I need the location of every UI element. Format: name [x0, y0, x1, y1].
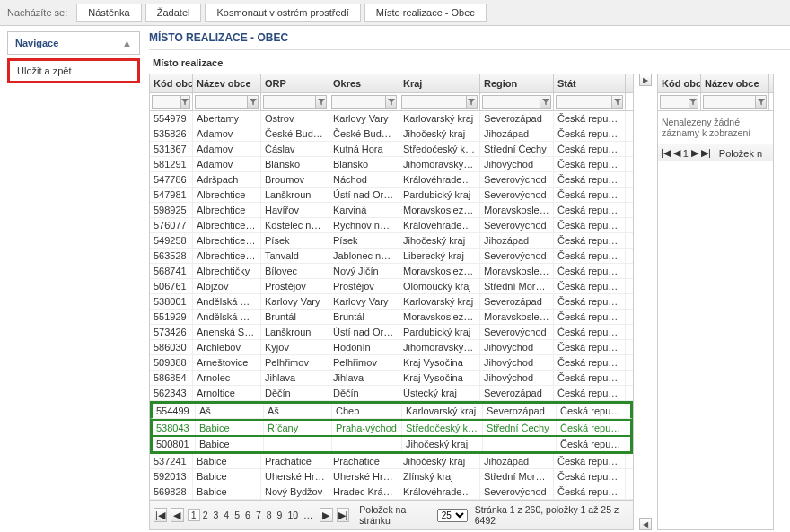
cell: Bruntál [329, 310, 399, 324]
cell: Česká republika [554, 157, 626, 171]
per-page-select[interactable]: 25 [437, 509, 468, 522]
table-row[interactable]: 598925AlbrechticeHavířovKarvináMoravskos… [150, 203, 633, 218]
last-page-icon[interactable]: ▶| [337, 508, 350, 522]
cell: 538043 [153, 421, 196, 435]
cell: Česká republika [554, 279, 626, 293]
prev-page-icon[interactable]: ◀ [673, 147, 680, 159]
next-page-icon[interactable]: ▶ [691, 147, 698, 159]
page-number[interactable]: 6 [242, 510, 253, 520]
col-header[interactable]: Název obce [193, 74, 261, 92]
filter-icon[interactable] [612, 95, 623, 109]
filter-icon[interactable] [248, 95, 259, 109]
page-number[interactable]: 1 [188, 509, 200, 521]
breadcrumb-item[interactable]: Žadatel [145, 4, 202, 22]
first-page-icon[interactable]: |◀ [154, 508, 167, 522]
filter-icon[interactable] [181, 95, 190, 109]
table-row[interactable]: 547981AlbrechticeLanškrounÚstí nad Orlic… [150, 188, 633, 203]
filter-input[interactable] [482, 95, 540, 109]
cell: Písek [261, 233, 329, 248]
table-row[interactable]: 563528Albrechtice v Jiz…TanvaldJablonec … [150, 249, 633, 264]
cell: Blansko [261, 157, 329, 171]
table-row[interactable]: 586854ArnolecJihlavaJihlavaKraj Vysočina… [150, 371, 633, 386]
filter-input[interactable] [401, 95, 467, 109]
table-row[interactable]: 500801BabiceJihočeský krajČeská republik… [150, 437, 633, 454]
filter-icon[interactable] [540, 95, 551, 109]
filter-input[interactable] [263, 95, 316, 109]
filter-input[interactable] [703, 95, 756, 109]
table-row[interactable]: 592013BabiceUherské HradištěUherské Hrad… [150, 469, 633, 484]
cell: Severozápad [480, 111, 554, 126]
cell: Kostelec nad Orlicí [261, 218, 329, 232]
page-number[interactable]: 3 [211, 510, 222, 520]
col-header[interactable]: Region [480, 74, 554, 92]
filter-icon[interactable] [316, 95, 327, 109]
page-number[interactable]: 7 [253, 510, 264, 520]
col-header[interactable]: Okres [329, 74, 399, 92]
cell: Moravskoslezsko [480, 264, 554, 278]
table-row[interactable]: 554979AbertamyOstrovKarlovy VaryKarlovar… [150, 111, 633, 126]
breadcrumb-item[interactable]: Nástěnka [76, 4, 141, 22]
table-row[interactable]: 576077Albrechtice nad…Kostelec nad Orlic… [150, 218, 633, 233]
page-number[interactable]: 1 [683, 148, 689, 159]
right-grid: Kód obce Název obce Nenalezeny žádné záz… [657, 74, 774, 530]
table-row[interactable]: 549258Albrechtice nad…PísekPísekJihočesk… [150, 233, 633, 249]
save-and-back-button[interactable]: Uložit a zpět [7, 58, 140, 83]
page-number[interactable]: 4 [221, 510, 232, 520]
table-row[interactable]: 538043BabiceŘíčanyPraha-východStředočesk… [150, 419, 633, 437]
table-row[interactable]: 569828BabiceNový BydžovHradec KrálovéKrá… [150, 484, 633, 500]
table-row[interactable]: 506761AlojzovProstějovProstějovOlomoucký… [150, 279, 633, 294]
filter-icon[interactable] [386, 95, 397, 109]
filter-icon[interactable] [756, 95, 767, 109]
table-row[interactable]: 586030ArchlebovKyjovHodonínJihomoravský … [150, 340, 633, 355]
cell: Pelhřimov [261, 355, 329, 370]
table-row[interactable]: 547786AdršpachBroumovNáchodKrálovéhradec… [150, 172, 633, 188]
cell: Albrechtice nad… [193, 233, 261, 248]
table-row[interactable]: 537241BabicePrachaticePrachaticeJihočesk… [150, 454, 633, 469]
filter-input[interactable] [556, 95, 612, 109]
cell: Prostějov [329, 279, 399, 293]
table-row[interactable]: 551929Andělská HoraBruntálBruntálMoravsk… [150, 310, 633, 325]
table-row[interactable]: 562343ArnolticeDěčínDěčínÚstecký krajSev… [150, 386, 633, 401]
filter-input[interactable] [660, 95, 689, 109]
col-header[interactable]: Název obce [701, 74, 769, 92]
filter-icon[interactable] [467, 95, 478, 109]
col-header[interactable]: Stát [554, 74, 626, 92]
table-row[interactable]: 554499AšAšChebKarlovarský krajSeverozápa… [150, 401, 633, 419]
col-header[interactable]: Kód obce [658, 74, 701, 92]
prev-page-icon[interactable]: ◀ [171, 508, 184, 522]
scroll-right-icon[interactable]: ▶ [639, 74, 652, 86]
cell: Děčín [261, 386, 329, 400]
table-row[interactable]: 535826AdamovČeské BudějoviceČeské Budějo… [150, 126, 633, 142]
page-number[interactable]: 2 [200, 510, 211, 520]
page-number[interactable]: 10 [285, 510, 301, 520]
cell: Česká republika [554, 371, 626, 385]
next-page-icon[interactable]: ▶ [320, 508, 333, 522]
filter-input[interactable] [152, 95, 181, 109]
last-page-icon[interactable]: ▶| [701, 147, 711, 159]
page-number[interactable]: 5 [232, 510, 242, 520]
cell: Nový Bydžov [261, 484, 329, 499]
col-header[interactable]: Kód obce [150, 74, 193, 92]
cell: 592013 [150, 469, 193, 484]
page-number[interactable]: 9 [275, 510, 285, 520]
scroll-left-icon[interactable]: ◀ [639, 518, 652, 530]
col-header[interactable]: Kraj [399, 74, 480, 92]
filter-input[interactable] [195, 95, 248, 109]
cell [332, 437, 402, 451]
cell: Ústí nad Orlicí [329, 188, 399, 202]
breadcrumb-item[interactable]: Kosmonaut v ostrém prostředí [205, 4, 360, 22]
table-row[interactable]: 573426Anenská StudánkaLanškrounÚstí nad … [150, 325, 633, 340]
table-row[interactable]: 509388ArneštovicePelhřimovPelhřimovKraj … [150, 355, 633, 371]
filter-input[interactable] [331, 95, 386, 109]
first-page-icon[interactable]: |◀ [661, 147, 671, 159]
table-row[interactable]: 538001Andělská HoraKarlovy VaryKarlovy V… [150, 294, 633, 310]
page-number[interactable]: … [301, 510, 316, 520]
table-row[interactable]: 531367AdamovČáslavKutná HoraStředočeský … [150, 142, 633, 157]
col-header[interactable]: ORP [261, 74, 329, 92]
table-row[interactable]: 568741AlbrechtičkyBílovecNový JičínMorav… [150, 264, 633, 279]
filter-icon[interactable] [689, 95, 698, 109]
nav-panel-header[interactable]: Navigace ▲ [7, 31, 140, 55]
table-row[interactable]: 581291AdamovBlanskoBlanskoJihomoravský k… [150, 157, 633, 172]
page-number[interactable]: 8 [264, 510, 275, 520]
breadcrumb-item[interactable]: Místo realizace - Obec [364, 4, 487, 22]
